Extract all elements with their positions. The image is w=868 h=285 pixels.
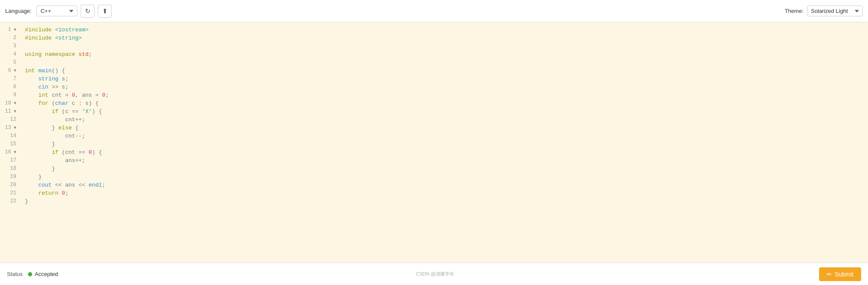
code-line[interactable]: } — [21, 197, 868, 205]
code-line[interactable]: ans++; — [21, 156, 868, 165]
line-number: 3 — [0, 42, 21, 50]
status-value: Accepted — [35, 271, 58, 277]
line-number: 18 — [0, 165, 21, 173]
refresh-button[interactable]: ↻ — [81, 5, 94, 18]
language-select[interactable]: C++ C Java Python JavaScript — [37, 6, 77, 16]
line-number: 22 — [0, 197, 21, 205]
line-number: 15 — [0, 140, 21, 148]
table-row: 16▼ if (cnt == 0) { — [0, 148, 868, 156]
table-row: 13▼ } else { — [0, 124, 868, 132]
pencil-icon: ✏ — [827, 271, 832, 278]
toolbar-right: Theme: Solarized Light Solarized Dark Mo… — [785, 6, 863, 16]
code-line[interactable] — [21, 42, 868, 50]
code-line[interactable]: for (char c : s) { — [21, 99, 868, 107]
code-editor[interactable]: 1▼ #include <iostream> 2 #include <strin… — [0, 22, 868, 263]
table-row: 9 int cnt = 0, ans = 0; — [0, 91, 868, 99]
status-bar: Status Accepted CSDN @清隆学长 ✏ Submit — [0, 263, 868, 285]
status-badge: Accepted — [28, 271, 58, 277]
code-line[interactable]: using namespace std; — [21, 50, 868, 58]
code-table: 1▼ #include <iostream> 2 #include <strin… — [0, 26, 868, 205]
table-row: 5 — [0, 58, 868, 67]
upload-button[interactable]: ⬆ — [98, 5, 112, 18]
line-number: 19 — [0, 173, 21, 181]
code-line[interactable]: return 0; — [21, 189, 868, 197]
theme-select[interactable]: Solarized Light Solarized Dark Monokai V… — [807, 6, 863, 16]
line-number: 13▼ — [0, 124, 21, 132]
code-line[interactable]: #include <iostream> — [21, 26, 868, 34]
theme-label: Theme: — [785, 8, 804, 14]
table-row: 6▼ int main() { — [0, 67, 868, 75]
code-line[interactable]: } — [21, 173, 868, 181]
table-row: 20 cout << ans << endl; — [0, 181, 868, 189]
refresh-icon: ↻ — [85, 7, 91, 15]
line-number: 17 — [0, 156, 21, 165]
table-row: 22 } — [0, 197, 868, 205]
table-row: 11▼ if (c == 'X') { — [0, 107, 868, 116]
line-number: 4 — [0, 50, 21, 58]
code-line[interactable]: cnt++; — [21, 116, 868, 124]
line-number: 21 — [0, 189, 21, 197]
table-row: 3 — [0, 42, 868, 50]
table-row: 21 return 0; — [0, 189, 868, 197]
status-label: Status — [7, 271, 23, 277]
code-line[interactable]: if (c == 'X') { — [21, 107, 868, 116]
toolbar-left: Language: C++ C Java Python JavaScript ↻… — [5, 5, 112, 18]
line-number: 9 — [0, 91, 21, 99]
line-number: 16▼ — [0, 148, 21, 156]
code-line[interactable]: string s; — [21, 75, 868, 83]
code-line[interactable]: int main() { — [21, 67, 868, 75]
line-number: 6▼ — [0, 67, 21, 75]
language-label: Language: — [5, 8, 31, 14]
code-line[interactable]: if (cnt == 0) { — [21, 148, 868, 156]
status-dot — [28, 272, 32, 276]
code-line[interactable]: cnt--; — [21, 132, 868, 140]
code-line[interactable]: cin >> s; — [21, 83, 868, 91]
code-line[interactable]: #include <string> — [21, 34, 868, 42]
submit-button[interactable]: ✏ Submit — [819, 267, 861, 281]
line-number: 10▼ — [0, 99, 21, 107]
line-number: 14 — [0, 132, 21, 140]
table-row: 2 #include <string> — [0, 34, 868, 42]
table-row: 18 } — [0, 165, 868, 173]
code-line[interactable]: int cnt = 0, ans = 0; — [21, 91, 868, 99]
table-row: 19 } — [0, 173, 868, 181]
table-row: 17 ans++; — [0, 156, 868, 165]
upload-icon: ⬆ — [102, 7, 108, 15]
table-row: 7 string s; — [0, 75, 868, 83]
code-line[interactable] — [21, 58, 868, 67]
table-row: 10▼ for (char c : s) { — [0, 99, 868, 107]
table-row: 1▼ #include <iostream> — [0, 26, 868, 34]
table-row: 4 using namespace std; — [0, 50, 868, 58]
code-line[interactable]: } — [21, 165, 868, 173]
line-number: 11▼ — [0, 107, 21, 116]
code-line[interactable]: } — [21, 140, 868, 148]
code-line[interactable]: cout << ans << endl; — [21, 181, 868, 189]
submit-label: Submit — [834, 271, 853, 278]
line-number: 5 — [0, 58, 21, 67]
table-row: 12 cnt++; — [0, 116, 868, 124]
code-line[interactable]: } else { — [21, 124, 868, 132]
line-number: 8 — [0, 83, 21, 91]
line-number: 1▼ — [0, 26, 21, 34]
line-number: 7 — [0, 75, 21, 83]
table-row: 8 cin >> s; — [0, 83, 868, 91]
toolbar: Language: C++ C Java Python JavaScript ↻… — [0, 0, 868, 22]
line-number: 12 — [0, 116, 21, 124]
table-row: 15 } — [0, 140, 868, 148]
watermark: CSDN @清隆学长 — [416, 271, 454, 277]
table-row: 14 cnt--; — [0, 132, 868, 140]
line-number: 20 — [0, 181, 21, 189]
line-number: 2 — [0, 34, 21, 42]
